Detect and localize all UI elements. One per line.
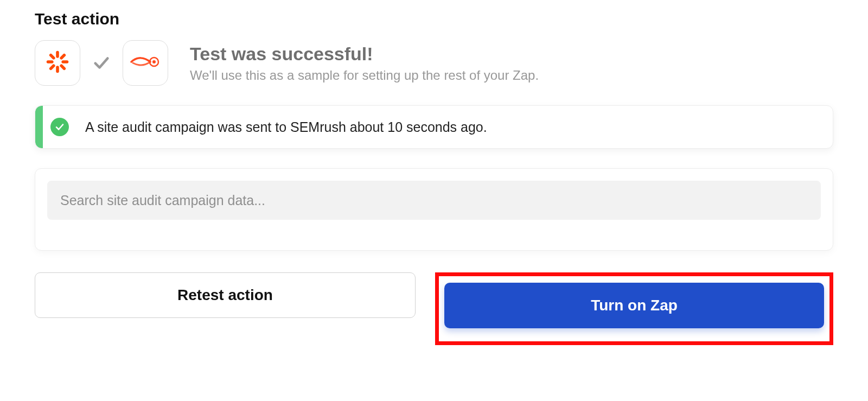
success-check-icon bbox=[50, 118, 69, 136]
status-subtitle: We'll use this as a sample for setting u… bbox=[190, 68, 539, 83]
status-row: Test was successful! We'll use this as a… bbox=[35, 40, 833, 86]
turn-on-zap-highlight: Turn on Zap bbox=[435, 272, 833, 345]
retest-action-button[interactable]: Retest action bbox=[35, 272, 416, 318]
svg-rect-5 bbox=[49, 63, 56, 71]
semrush-icon bbox=[129, 53, 162, 73]
svg-rect-0 bbox=[56, 51, 59, 58]
svg-rect-4 bbox=[59, 53, 66, 60]
turn-on-zap-button[interactable]: Turn on Zap bbox=[444, 283, 824, 328]
svg-rect-6 bbox=[49, 53, 56, 60]
svg-rect-2 bbox=[47, 60, 54, 63]
status-text: Test was successful! We'll use this as a… bbox=[190, 43, 539, 83]
app-tile-semrush bbox=[123, 40, 168, 86]
app-tile-zapier bbox=[35, 40, 80, 86]
result-message: A site audit campaign was sent to SEMrus… bbox=[85, 119, 487, 135]
button-row: Retest action Turn on Zap bbox=[35, 272, 833, 345]
search-panel bbox=[35, 168, 833, 251]
result-card[interactable]: A site audit campaign was sent to SEMrus… bbox=[35, 105, 833, 149]
checkmark-icon bbox=[92, 54, 111, 72]
svg-rect-3 bbox=[61, 60, 68, 63]
svg-rect-7 bbox=[59, 63, 66, 71]
success-accent-bar bbox=[35, 106, 43, 148]
svg-point-9 bbox=[152, 60, 156, 63]
zapier-icon bbox=[45, 49, 70, 77]
status-title: Test was successful! bbox=[190, 43, 539, 65]
search-input[interactable] bbox=[47, 181, 821, 220]
test-action-panel: Test action bbox=[0, 0, 868, 367]
svg-rect-1 bbox=[56, 66, 59, 73]
section-title: Test action bbox=[35, 10, 833, 28]
